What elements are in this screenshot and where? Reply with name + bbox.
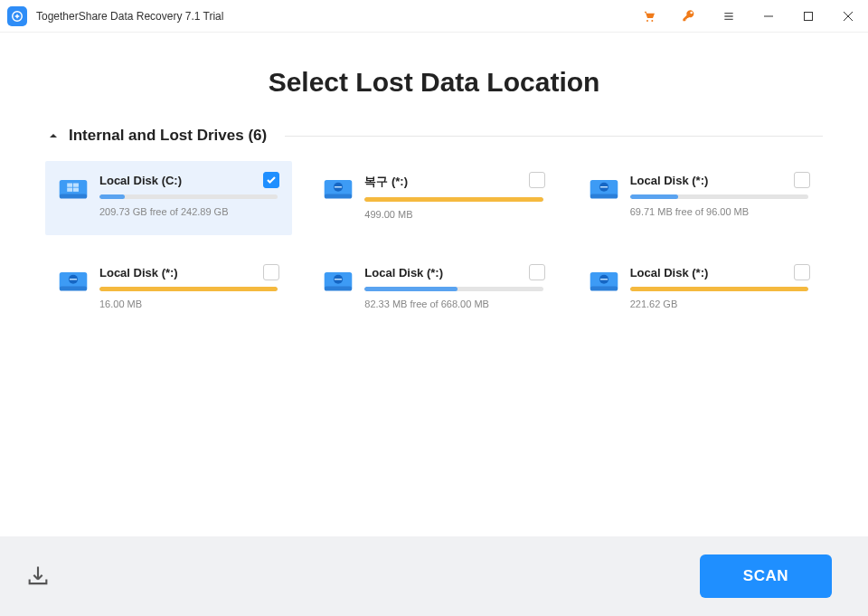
- drive-disk-icon: [323, 268, 354, 293]
- svg-rect-17: [60, 286, 88, 290]
- drive-card[interactable]: 복구 (*:)499.00 MB: [310, 161, 557, 235]
- page-title: Select Lost Data Location: [45, 67, 823, 98]
- svg-rect-19: [70, 279, 77, 280]
- svg-rect-27: [599, 279, 607, 280]
- footer: SCAN: [0, 536, 868, 616]
- minimize-button[interactable]: [749, 0, 788, 33]
- drive-usage-bar: [364, 197, 542, 202]
- drive-stats: 499.00 MB: [364, 209, 542, 220]
- drive-checkbox[interactable]: [529, 264, 545, 280]
- drive-stats: 209.73 GB free of 242.89 GB: [99, 206, 278, 217]
- close-button[interactable]: [828, 0, 868, 33]
- drive-card[interactable]: Local Disk (*:)82.33 MB free of 668.00 M…: [310, 253, 557, 327]
- drive-disk-icon: [323, 175, 354, 201]
- svg-rect-21: [325, 286, 353, 290]
- drive-checkbox[interactable]: [263, 264, 279, 280]
- svg-rect-4: [67, 183, 72, 186]
- svg-rect-13: [590, 194, 618, 198]
- drive-usage-bar: [99, 194, 278, 199]
- drive-name: Local Disk (*:): [364, 266, 542, 280]
- drive-card[interactable]: Local Disk (C:)209.73 GB free of 242.89 …: [45, 161, 292, 235]
- drive-stats: 69.71 MB free of 96.00 MB: [630, 206, 808, 217]
- drive-stats: 82.33 MB free of 668.00 MB: [364, 299, 542, 309]
- menu-button[interactable]: [709, 0, 749, 33]
- svg-rect-6: [67, 188, 72, 192]
- drive-stats: 221.62 GB: [630, 299, 808, 309]
- key-button[interactable]: [669, 0, 709, 33]
- drive-checkbox[interactable]: [529, 172, 545, 188]
- drive-name: Local Disk (*:): [630, 266, 808, 280]
- main-content: Select Lost Data Location Internal and L…: [0, 33, 868, 536]
- svg-rect-23: [335, 279, 342, 280]
- section-header[interactable]: Internal and Lost Drives (6): [45, 127, 823, 145]
- svg-rect-11: [335, 186, 342, 188]
- drive-usage-bar: [99, 287, 278, 291]
- svg-rect-15: [599, 186, 607, 188]
- app-logo-icon: [7, 6, 27, 26]
- drive-checkbox[interactable]: [794, 172, 810, 188]
- drive-windows-icon: [58, 175, 89, 201]
- drive-checkbox[interactable]: [794, 264, 810, 280]
- svg-rect-7: [73, 188, 79, 192]
- drive-card[interactable]: Local Disk (*:)221.62 GB: [576, 253, 823, 327]
- cart-button[interactable]: [629, 0, 669, 33]
- section-title: Internal and Lost Drives (6): [69, 127, 267, 145]
- svg-rect-5: [73, 183, 79, 186]
- maximize-button[interactable]: [788, 0, 828, 33]
- drive-usage-bar: [630, 194, 808, 199]
- drive-disk-icon: [589, 175, 619, 201]
- drive-disk-icon: [58, 268, 89, 293]
- titlebar: TogetherShare Data Recovery 7.1 Trial: [0, 0, 868, 33]
- drive-name: Local Disk (C:): [99, 174, 278, 187]
- scan-button[interactable]: SCAN: [700, 554, 832, 598]
- collapse-caret-icon: [49, 131, 58, 140]
- window-title: TogetherShare Data Recovery 7.1 Trial: [36, 10, 223, 23]
- drive-grid: Local Disk (C:)209.73 GB free of 242.89 …: [45, 161, 823, 327]
- drive-name: Local Disk (*:): [99, 266, 278, 280]
- drive-disk-icon: [589, 268, 619, 293]
- drive-name: 복구 (*:): [364, 174, 542, 190]
- section-divider: [285, 136, 823, 137]
- drive-stats: 16.00 MB: [99, 299, 278, 309]
- svg-rect-1: [805, 12, 813, 20]
- import-button[interactable]: [25, 564, 51, 589]
- svg-rect-25: [590, 286, 618, 290]
- drive-card[interactable]: Local Disk (*:)69.71 MB free of 96.00 MB: [576, 161, 823, 235]
- svg-rect-9: [325, 194, 353, 198]
- svg-rect-3: [60, 194, 88, 198]
- drive-name: Local Disk (*:): [630, 174, 808, 187]
- drive-usage-bar: [364, 287, 542, 291]
- drive-usage-bar: [630, 287, 808, 291]
- drive-card[interactable]: Local Disk (*:)16.00 MB: [45, 253, 292, 327]
- drive-checkbox[interactable]: [263, 172, 279, 188]
